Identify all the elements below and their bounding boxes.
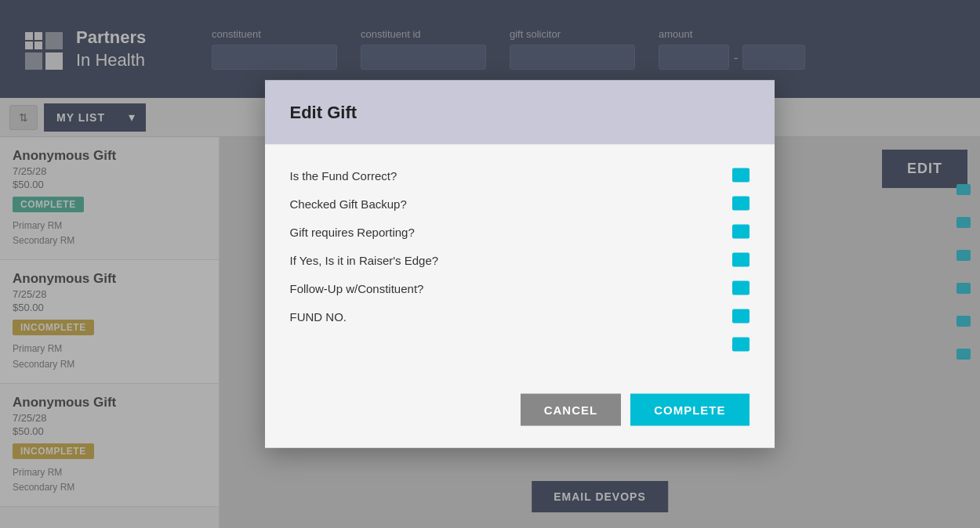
checklist-checkbox[interactable] (732, 253, 750, 267)
modal-header: Edit Gift (265, 81, 775, 145)
checklist-item: Checked Gift Backup? (290, 197, 750, 211)
cancel-button[interactable]: CANCEL (521, 394, 622, 426)
checklist-label: FUND NO. (290, 309, 347, 323)
checklist-item: Follow-Up w/Constituent? (290, 281, 750, 295)
checklist-item: Is the Fund Correct? (290, 168, 750, 183)
checklist-item: FUND NO. (290, 309, 750, 324)
checklist-label: Is the Fund Correct? (290, 168, 397, 182)
modal-title: Edit Gift (290, 103, 750, 123)
checklist-checkbox[interactable] (732, 168, 750, 183)
checklist-checkbox[interactable] (732, 309, 750, 324)
checklist-checkbox[interactable] (732, 281, 750, 295)
checklist-label: Follow-Up w/Constituent? (290, 281, 424, 295)
checklist-item (290, 338, 750, 352)
checklist-checkbox[interactable] (732, 338, 750, 352)
modal-body: Is the Fund Correct? Checked Gift Backup… (265, 145, 775, 382)
complete-button[interactable]: COMPLETE (630, 394, 749, 426)
checklist-label: Checked Gift Backup? (290, 197, 407, 210)
edit-gift-modal: Edit Gift Is the Fund Correct? Checked G… (265, 81, 775, 448)
checklist-checkbox[interactable] (732, 197, 750, 211)
checklist-label: Gift requires Reporting? (290, 225, 415, 238)
modal-footer: CANCEL COMPLETE (265, 382, 775, 448)
checklist-item: If Yes, Is it in Raiser's Edge? (290, 253, 750, 267)
checklist-item: Gift requires Reporting? (290, 225, 750, 239)
checklist-label: If Yes, Is it in Raiser's Edge? (290, 253, 439, 266)
checklist-checkbox[interactable] (732, 225, 750, 239)
